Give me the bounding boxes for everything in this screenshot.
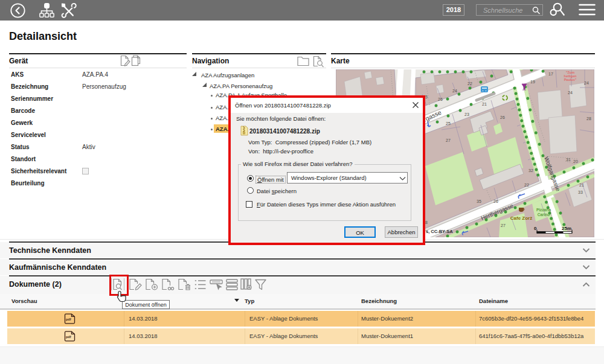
svg-text:25m: 25m bbox=[562, 226, 571, 231]
svg-text:31: 31 bbox=[566, 158, 571, 162]
svg-text:21: 21 bbox=[579, 183, 584, 187]
svg-text:25: 25 bbox=[446, 121, 451, 126]
svg-text:33: 33 bbox=[578, 190, 583, 194]
svg-text:24: 24 bbox=[584, 81, 589, 85]
svg-text:26: 26 bbox=[500, 115, 505, 120]
svg-text:Paulus": Paulus" bbox=[564, 78, 577, 81]
svg-text:24: 24 bbox=[452, 89, 457, 93]
svg-text:26: 26 bbox=[493, 199, 498, 203]
svg-text:Carino: Carino bbox=[538, 212, 550, 217]
svg-text:17: 17 bbox=[548, 72, 553, 76]
svg-text:pdf: pdf bbox=[66, 335, 71, 339]
svg-text:23: 23 bbox=[464, 112, 469, 117]
svg-text:27: 27 bbox=[501, 223, 506, 228]
svg-text:0: 0 bbox=[534, 226, 537, 231]
svg-text:27: 27 bbox=[446, 138, 451, 142]
svg-text:19: 19 bbox=[530, 80, 535, 84]
svg-text:20: 20 bbox=[573, 159, 578, 164]
svg-text:22: 22 bbox=[524, 183, 529, 187]
svg-text:21: 21 bbox=[482, 102, 487, 106]
svg-text:22: 22 bbox=[467, 81, 472, 86]
svg-text:28: 28 bbox=[586, 117, 591, 121]
svg-text:s, CC-BY-SA: s, CC-BY-SA bbox=[426, 229, 453, 234]
svg-text:24: 24 bbox=[568, 91, 573, 95]
svg-text:26: 26 bbox=[438, 97, 443, 101]
svg-text:35: 35 bbox=[477, 199, 481, 203]
svg-text:Pizzaria: Pizzaria bbox=[536, 208, 551, 212]
svg-text:Cafe Zorž: Cafe Zorž bbox=[510, 216, 532, 221]
svg-text:32: 32 bbox=[528, 168, 533, 173]
svg-text:pdf: pdf bbox=[66, 318, 71, 321]
